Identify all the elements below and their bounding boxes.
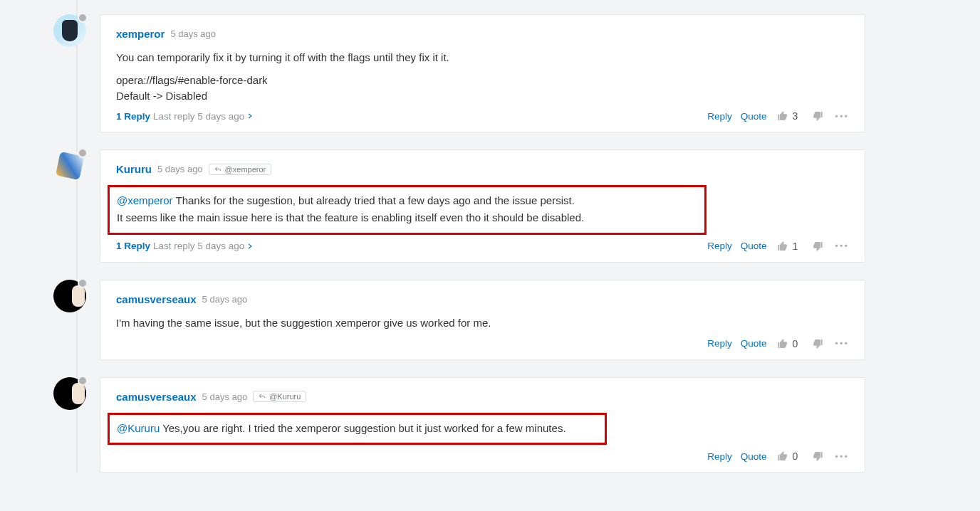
post-footer: Reply Quote 0 •••: [116, 338, 849, 349]
more-menu[interactable]: •••: [835, 241, 849, 251]
post: xemperor 5 days ago You can temporarily …: [53, 14, 980, 132]
quote-button[interactable]: Quote: [741, 111, 767, 122]
last-reply-link[interactable]: Last reply 5 days ago: [153, 111, 254, 122]
thumbs-down-icon: [812, 338, 823, 349]
post-card: camusverseaux 5 days ago I'm having the …: [100, 280, 865, 360]
avatar[interactable]: [53, 14, 86, 47]
status-indicator: [78, 376, 88, 386]
upvote-count: 0: [793, 338, 798, 349]
body-line: @xemperor Thanks for the sugestion, but …: [117, 193, 697, 209]
thumbs-up-icon: [777, 451, 788, 462]
upvote-button[interactable]: [777, 241, 788, 252]
thumbs-down-icon: [812, 451, 823, 462]
reply-to-badge[interactable]: @xemperor: [209, 164, 272, 175]
reply-button[interactable]: Reply: [707, 451, 732, 462]
post-body: I'm having the same issue, but the sugge…: [116, 315, 849, 331]
body-line: opera://flags/#enable-force-dark Default…: [116, 73, 849, 104]
reply-count[interactable]: 1 Reply: [116, 241, 150, 251]
last-reply-link[interactable]: Last reply 5 days ago: [153, 241, 254, 251]
downvote-button[interactable]: [812, 451, 823, 462]
upvote-count: 3: [793, 110, 798, 122]
username-link[interactable]: Kururu: [116, 163, 152, 175]
reply-button[interactable]: Reply: [707, 111, 732, 122]
reply-to-user: @Kururu: [269, 392, 301, 401]
post-timestamp: 5 days ago: [202, 294, 248, 305]
highlighted-body: @Kururu Yes,you are right. I tried the x…: [108, 413, 607, 446]
upvote-button[interactable]: [777, 451, 788, 462]
reply-to-badge[interactable]: @Kururu: [253, 391, 306, 402]
post: Kururu 5 days ago @xemperor @xemperor Th…: [53, 149, 980, 263]
post-timestamp: 5 days ago: [157, 164, 203, 174]
status-indicator: [78, 278, 88, 288]
downvote-button[interactable]: [812, 110, 823, 122]
reply-count[interactable]: 1 Reply: [116, 111, 150, 122]
reply-button[interactable]: Reply: [707, 338, 732, 349]
upvote-count: 0: [793, 451, 798, 462]
more-menu[interactable]: •••: [835, 451, 849, 462]
body-line: I'm having the same issue, but the sugge…: [116, 315, 849, 331]
post-card: Kururu 5 days ago @xemperor @xemperor Th…: [100, 149, 865, 263]
avatar[interactable]: [53, 149, 86, 182]
quote-button[interactable]: Quote: [741, 338, 767, 349]
username-link[interactable]: camusverseaux: [116, 293, 197, 305]
upvote-button[interactable]: [777, 338, 788, 349]
post-body: You can temporarily fix it by turning it…: [116, 50, 849, 103]
post-footer: 1 Reply Last reply 5 days ago Reply Quot…: [116, 110, 849, 122]
post-timestamp: 5 days ago: [170, 28, 216, 39]
quote-button[interactable]: Quote: [741, 451, 767, 462]
downvote-button[interactable]: [812, 241, 823, 252]
post-footer: 1 Reply Last reply 5 days ago Reply Quot…: [116, 241, 849, 252]
chevron-right-icon: [246, 243, 254, 250]
thumbs-up-icon: [777, 241, 788, 252]
post-card: camusverseaux 5 days ago @Kururu @Kururu…: [100, 377, 865, 473]
post-header: camusverseaux 5 days ago: [116, 293, 849, 305]
mention-link[interactable]: @xemperor: [117, 194, 173, 206]
post-card: xemperor 5 days ago You can temporarily …: [100, 14, 865, 132]
upvote-count: 1: [793, 241, 798, 252]
post-header: Kururu 5 days ago @xemperor: [116, 163, 849, 175]
username-link[interactable]: camusverseaux: [116, 391, 197, 403]
thumbs-down-icon: [812, 110, 823, 122]
thumbs-up-icon: [777, 338, 788, 349]
post: camusverseaux 5 days ago I'm having the …: [53, 280, 980, 360]
status-indicator: [78, 148, 88, 158]
thumbs-down-icon: [812, 241, 823, 252]
chevron-right-icon: [246, 112, 254, 120]
avatar[interactable]: [53, 280, 86, 312]
body-line: It seems like the main issue here is tha…: [117, 210, 697, 226]
status-indicator: [78, 13, 88, 23]
highlighted-body: @xemperor Thanks for the sugestion, but …: [108, 185, 707, 235]
last-reply-text: Last reply 5 days ago: [153, 111, 244, 122]
post-header: xemperor 5 days ago: [116, 28, 849, 40]
reply-to-user: @xemperor: [225, 165, 266, 174]
post-header: camusverseaux 5 days ago @Kururu: [116, 391, 849, 403]
more-menu[interactable]: •••: [835, 111, 849, 122]
reply-arrow-icon: [214, 166, 221, 173]
body-text: Yes,you are right. I tried the xemperor …: [160, 422, 565, 434]
upvote-button[interactable]: [777, 110, 788, 122]
forum-thread: xemperor 5 days ago You can temporarily …: [0, 0, 980, 473]
reply-arrow-icon: [259, 393, 266, 400]
avatar[interactable]: [53, 377, 86, 410]
more-menu[interactable]: •••: [835, 338, 849, 349]
post: camusverseaux 5 days ago @Kururu @Kururu…: [53, 377, 980, 473]
thumbs-up-icon: [777, 110, 788, 122]
mention-link[interactable]: @Kururu: [117, 422, 160, 434]
last-reply-text: Last reply 5 days ago: [153, 241, 244, 251]
body-text: Thanks for the sugestion, but already tr…: [173, 194, 575, 206]
reply-button[interactable]: Reply: [707, 241, 732, 251]
downvote-button[interactable]: [812, 338, 823, 349]
body-line: @Kururu Yes,you are right. I tried the x…: [117, 421, 598, 436]
body-line: You can temporarily fix it by turning it…: [116, 50, 849, 65]
post-footer: Reply Quote 0 •••: [116, 451, 849, 462]
post-timestamp: 5 days ago: [202, 391, 248, 402]
quote-button[interactable]: Quote: [741, 241, 767, 251]
username-link[interactable]: xemperor: [116, 28, 165, 40]
